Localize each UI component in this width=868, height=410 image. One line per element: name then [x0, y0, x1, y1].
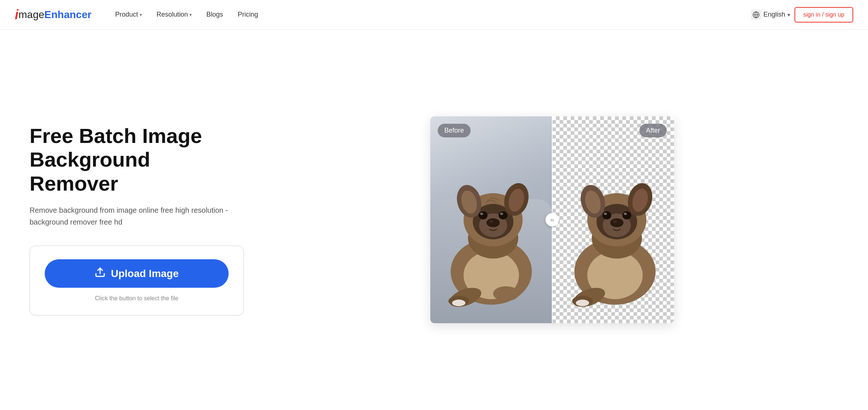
svg-point-12 [486, 218, 500, 227]
upload-hint: Click the button to select the file [95, 295, 178, 302]
svg-point-6 [493, 286, 519, 301]
nav-product-label: Product [115, 11, 138, 18]
page-title: Free Batch Image Background Remover [30, 124, 244, 195]
main-nav: Product ▾ Resolution ▾ Blogs Pricing [109, 8, 751, 21]
upload-icon [95, 267, 106, 280]
right-panel: Before After ‹› [266, 116, 838, 323]
svg-point-33 [602, 211, 611, 219]
logo-i: i [15, 8, 18, 21]
nav-pricing[interactable]: Pricing [232, 8, 264, 21]
svg-point-31 [610, 218, 623, 227]
left-panel: Free Batch Image Background Remover Remo… [30, 124, 244, 315]
before-puppy-image [432, 161, 550, 316]
svg-point-36 [624, 213, 627, 215]
page-description: Remove background from image online free… [30, 204, 244, 228]
logo-enhancer: Enhancer [44, 9, 92, 21]
upload-card: Upload Image Click the button to select … [30, 246, 244, 315]
nav-blogs-label: Blogs [206, 11, 223, 18]
language-label: English [763, 11, 785, 18]
svg-point-14 [479, 211, 488, 219]
svg-point-15 [480, 213, 483, 215]
upload-button[interactable]: Upload Image [45, 259, 229, 288]
sign-in-button[interactable]: sign in / sign up [794, 7, 853, 23]
language-chevron-icon: ▾ [787, 12, 790, 18]
svg-point-13 [489, 220, 493, 223]
svg-point-35 [622, 211, 631, 219]
main-content: Free Batch Image Background Remover Remo… [0, 30, 868, 410]
svg-point-7 [452, 300, 465, 306]
upload-button-label: Upload Image [111, 268, 179, 280]
svg-point-16 [499, 211, 508, 219]
nav-pricing-label: Pricing [238, 11, 258, 18]
svg-point-34 [604, 213, 607, 215]
nav-product[interactable]: Product ▾ [109, 8, 148, 21]
language-selector[interactable]: English ▾ [751, 10, 790, 20]
nav-resolution-label: Resolution [157, 11, 188, 18]
svg-point-32 [613, 220, 617, 223]
nav-blogs[interactable]: Blogs [201, 8, 229, 21]
header-right: English ▾ sign in / sign up [751, 7, 853, 23]
product-chevron-icon: ▾ [140, 12, 142, 17]
svg-point-26 [576, 300, 589, 306]
comparison-handle[interactable]: ‹› [546, 213, 559, 226]
logo[interactable]: i mage Enhancer [15, 8, 92, 21]
before-label: Before [438, 124, 471, 137]
nav-resolution[interactable]: Resolution ▾ [151, 8, 198, 21]
header: i mage Enhancer Product ▾ Resolution ▾ B… [0, 0, 868, 30]
svg-point-17 [500, 213, 503, 215]
before-side [430, 116, 552, 323]
after-side [552, 116, 674, 323]
logo-mage: mage [18, 9, 44, 21]
translate-icon [751, 10, 761, 20]
comparison-container: Before After ‹› [430, 116, 674, 323]
after-puppy-image [556, 161, 674, 316]
after-label: After [639, 124, 667, 137]
resolution-chevron-icon: ▾ [189, 12, 192, 17]
